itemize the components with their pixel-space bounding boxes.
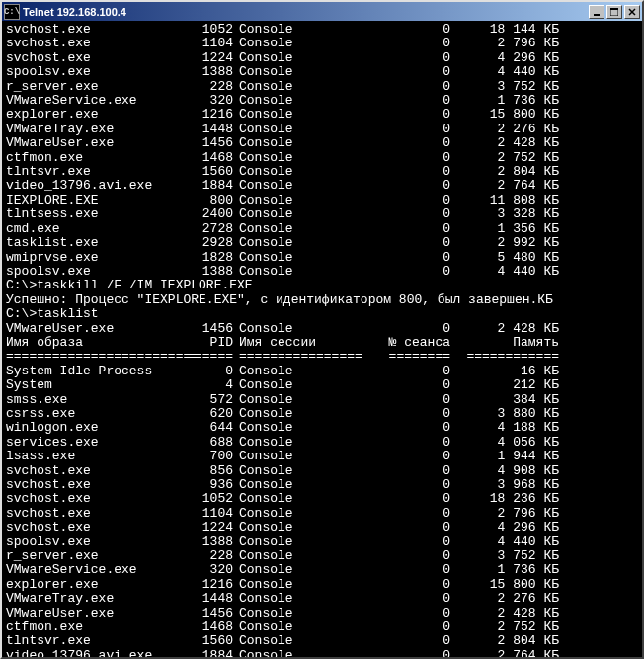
process-row: wmiprvse.exe1828Console05 480 КБ (6, 251, 638, 265)
process-row: VMwareService.exe320Console01 736 КБ (6, 94, 638, 108)
process-row: csrss.exe620Console03 880 КБ (6, 407, 638, 421)
process-row: smss.exe572Console0384 КБ (6, 393, 638, 407)
process-row: tlntsvr.exe1560Console02 804 КБ (6, 634, 638, 648)
output-taskkill-iexplore: Успешно: Процесс "IEXPLORE.EXE", с идент… (6, 293, 638, 307)
titlebar[interactable]: C:\ Telnet 192.168.100.4 (2, 2, 642, 21)
process-row: explorer.exe1216Console015 800 КБ (6, 108, 638, 122)
process-row: svchost.exe1052Console018 236 КБ (6, 492, 638, 506)
process-row: VMwareTray.exe1448Console02 276 КБ (6, 123, 638, 136)
process-row: ctfmon.exe1468Console02 752 КБ (6, 151, 638, 165)
process-row: tasklist.exe2928Console02 992 КБ (6, 236, 638, 250)
process-row: VMwareUser.exe1456Console02 428 КБ (6, 607, 638, 620)
window-title: Telnet 192.168.100.4 (23, 6, 589, 18)
process-row: tlntsvr.exe1560Console02 804 КБ (6, 165, 638, 179)
process-row: tlntsess.exe2400Console03 328 КБ (6, 207, 638, 221)
process-row: services.exe688Console04 056 КБ (6, 436, 638, 450)
maximize-button[interactable] (606, 5, 622, 19)
terminal-output[interactable]: svchost.exe1052Console018 144 КБsvchost.… (2, 21, 642, 657)
process-row: ctfmon.exe1468Console02 752 КБ (6, 620, 638, 634)
process-row: r_server.exe228Console03 752 КБ (6, 549, 638, 563)
process-row: IEXPLORE.EXE800Console011 808 КБ (6, 194, 638, 207)
tasklist-separator: ========================================… (6, 350, 638, 364)
telnet-window: C:\ Telnet 192.168.100.4 svchost.exe1052… (0, 0, 644, 659)
cmd-icon: C:\ (4, 4, 20, 20)
process-row: VMwareTray.exe1448Console02 276 КБ (6, 592, 638, 606)
process-row: System Idle Process0Console016 КБ (6, 365, 638, 378)
process-row: svchost.exe1104Console02 796 КБ (6, 507, 638, 521)
tasklist-header: Имя образаPIDИмя сессии№ сеансаПамять (6, 336, 638, 350)
process-row: r_server.exe228Console03 752 КБ (6, 80, 638, 94)
process-row: System4Console0212 КБ (6, 378, 638, 392)
process-row: lsass.exe700Console01 944 КБ (6, 450, 638, 463)
process-row: spoolsv.exe1388Console04 440 КБ (6, 65, 638, 79)
process-row: svchost.exe1224Console04 296 КБ (6, 51, 638, 65)
svg-rect-0 (594, 14, 600, 16)
process-row: spoolsv.exe1388Console04 440 КБ (6, 535, 638, 549)
process-row: VMwareUser.exe1456Console02 428 КБ (6, 136, 638, 150)
close-button[interactable] (624, 5, 640, 19)
process-row: VMwareService.exe320Console01 736 КБ (6, 563, 638, 577)
command-taskkill-iexplore: C:\>taskkill /F /IM IEXPLORE.EXE (6, 279, 638, 292)
process-row: winlogon.exe644Console04 188 КБ (6, 421, 638, 435)
process-row: video_13796.avi.exe1884Console02 764 КБ (6, 649, 638, 657)
process-row: cmd.exe2728Console01 356 КБ (6, 222, 638, 236)
process-row: svchost.exe856Console04 908 КБ (6, 464, 638, 478)
minimize-button[interactable] (589, 5, 604, 19)
process-row: VMwareUser.exe1456Console02 428 КБ (6, 322, 638, 336)
process-row: svchost.exe1052Console018 144 КБ (6, 23, 638, 37)
command-tasklist: C:\>tasklist (6, 307, 638, 321)
svg-rect-2 (610, 8, 618, 10)
process-row: svchost.exe936Console03 968 КБ (6, 478, 638, 492)
process-row: explorer.exe1216Console015 800 КБ (6, 578, 638, 592)
process-row: svchost.exe1224Console04 296 КБ (6, 521, 638, 535)
process-row: spoolsv.exe1388Console04 440 КБ (6, 265, 638, 279)
process-row: video_13796.avi.exe1884Console02 764 КБ (6, 179, 638, 193)
process-row: svchost.exe1104Console02 796 КБ (6, 37, 638, 50)
